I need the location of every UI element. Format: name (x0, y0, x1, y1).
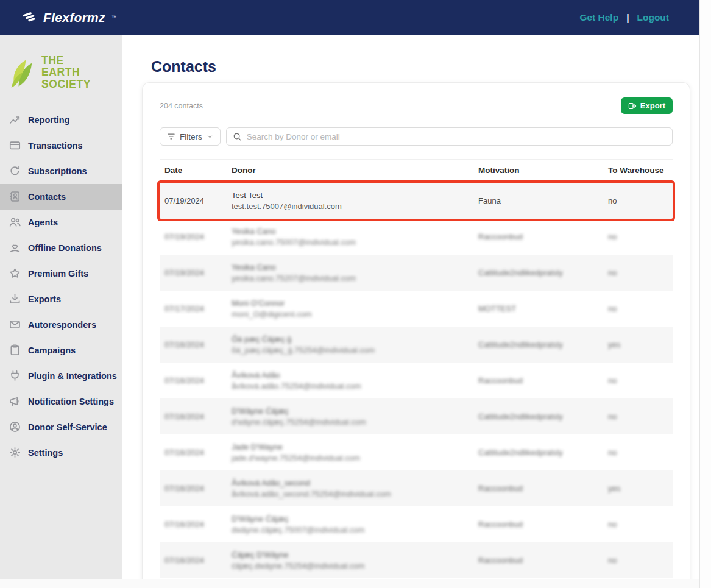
sidebar-item-label: Transactions (28, 141, 82, 151)
table-body: 07/19/2024 Test Testtest.test.75007@indi… (160, 182, 673, 588)
sidebar-item-donor-self-service[interactable]: Donor Self-Service (0, 414, 122, 440)
cell-donor: Ćäjæç D'Wäynećäjæç.dwäyne.75254@individu… (227, 545, 473, 575)
sidebar-item-label: Subscriptions (28, 166, 87, 176)
search-input[interactable] (247, 132, 666, 141)
sidebar-item-exports[interactable]: Exports (0, 286, 122, 312)
sidebar-item-autoresponders[interactable]: Autoresponders (0, 312, 122, 338)
table-row[interactable]: 07/19/2024 Yesika Canoyesika.cano.75207@… (160, 255, 673, 291)
cell-date: 07/19/2024 (160, 263, 227, 282)
sidebar-item-label: Offline Donations (28, 243, 102, 253)
org-name-line: THE (41, 55, 91, 66)
table-header: DateDonorMotivationTo Warehouse (160, 159, 673, 182)
cell-motivation: Raccoonbud (473, 551, 603, 570)
donor-email: test.test.75007@individual.com (232, 202, 342, 211)
donor-name: Åvíková Adão (232, 370, 361, 380)
sidebar-item-label: Contacts (28, 192, 66, 202)
sidebar-item-notification-settings[interactable]: Notification Settings (0, 389, 122, 414)
sidebar-item-contacts[interactable]: Contacts (0, 184, 122, 210)
gear-icon (9, 447, 21, 458)
sidebar-item-label: Notification Settings (28, 397, 114, 406)
plug-icon (9, 370, 21, 381)
donor-email: moni_O@digicent.com (232, 310, 312, 319)
cell-donor: Yesika Canoyesika.cano.75207@individual.… (227, 258, 473, 288)
cell-to-warehouse: no (603, 551, 673, 570)
table-row[interactable]: 07/16/2024 Jade D'Waynejade.d'wayne.7525… (160, 434, 673, 470)
donor-email: jade.d'wayne.75254@individual.com (232, 453, 360, 462)
contacts-table: DateDonorMotivationTo Warehouse 07/19/20… (160, 159, 673, 588)
table-row[interactable]: 07/16/2024 D'Wäyne Ćäjæçd'wäyne.ćäjæç.75… (160, 398, 673, 434)
column-header-donor: Donor (227, 160, 473, 182)
sidebar-item-premium-gifts[interactable]: Premium Gifts (0, 261, 122, 286)
table-row[interactable]: 07/19/2024 Yesika Canoyesika.cano.75007@… (160, 219, 673, 255)
cell-date: 07/17/2024 (160, 299, 227, 318)
sidebar-item-label: Autoresponders (28, 320, 96, 330)
sidebar-item-subscriptions[interactable]: Subscriptions (0, 158, 122, 184)
cell-date: 07/16/2024 (160, 407, 227, 426)
sidebar-item-reporting[interactable]: Reporting (0, 107, 122, 133)
cell-motivation: Raccoonbud (473, 371, 603, 390)
people-icon (9, 216, 21, 228)
sidebar-item-campaigns[interactable]: Campaigns (0, 338, 122, 363)
table-row[interactable]: 07/16/2024 Őá pæç Ćäjæç ģõá_pæç.ćäjæç_ģ.… (160, 327, 673, 363)
table-row[interactable]: 07/16/2024 Ćäjæç D'Wäynećäjæç.dwäyne.752… (160, 542, 673, 578)
sidebar-item-label: Premium Gifts (28, 269, 88, 278)
megaphone-icon (9, 395, 21, 407)
page-title: Contacts (151, 58, 699, 76)
donor-email: yesika.cano.75007@individual.com (232, 238, 356, 247)
cell-motivation: Cattitude2ndlikedpratsly (473, 443, 603, 462)
sidebar-item-agents[interactable]: Agents (0, 210, 122, 235)
logout-link[interactable]: Logout (637, 12, 669, 23)
filters-button[interactable]: Filters (160, 127, 221, 146)
sidebar-item-transactions[interactable]: Transactions (0, 133, 122, 158)
cell-to-warehouse: no (603, 515, 673, 534)
get-help-link[interactable]: Get Help (579, 12, 618, 23)
topbar: Flexformz™ Get Help | Logout (0, 0, 699, 35)
column-header-to-warehouse: To Warehouse (603, 160, 673, 182)
cell-to-warehouse: no (603, 371, 673, 390)
sidebar-item-label: Campaigns (28, 345, 76, 355)
cell-donor: D'Wäyne Ćäjæçdwäyne.ćäjæç.75007@individu… (227, 509, 473, 539)
table-row[interactable]: 07/16/2024 Åvíková Adãoåvíková.adão.7525… (160, 363, 673, 398)
sidebar-item-label: Exports (28, 294, 61, 304)
search-icon (233, 132, 242, 141)
chevron-down-icon (207, 133, 213, 140)
cell-donor: Moni O'Connormoni_O@digicent.com (227, 294, 473, 324)
search-box (226, 127, 673, 146)
cell-motivation: Raccoonbud (473, 479, 603, 498)
brand-trademark: ™ (111, 15, 116, 20)
chart-icon (9, 114, 21, 126)
sidebar-item-settings[interactable]: Settings (0, 440, 122, 466)
sidebar-item-label: Reporting (28, 115, 69, 125)
cell-motivation: Fauna (473, 191, 603, 210)
export-icon (628, 102, 637, 110)
cell-donor: D'Wäyne Ćäjæçd'wäyne.ćäjæç.75254@individ… (227, 402, 473, 431)
flexformz-logo-icon (22, 11, 38, 24)
filter-icon (167, 132, 175, 141)
main-content: Contacts 204 contacts Export Filters (122, 35, 699, 588)
donor-email: õá_pæç.ćäjæç_ģ.75254@individual.com (232, 345, 375, 355)
flexformz-brand: Flexformz™ (22, 10, 116, 25)
cell-motivation: Cattitude2ndlikedpratsly (473, 407, 603, 426)
sidebar-item-plugin-integrations[interactable]: Plugin & Integrations (0, 363, 122, 389)
cell-to-warehouse: no (603, 443, 673, 462)
cell-motivation: Raccoonbud (473, 227, 603, 246)
contacts-card: 204 contacts Export Filters (142, 82, 690, 588)
hand-heart-icon (9, 242, 21, 253)
download-icon (9, 293, 21, 305)
cell-date: 07/16/2024 (160, 443, 227, 462)
vertical-scrollbar[interactable] (699, 0, 711, 588)
star-icon (9, 267, 21, 279)
table-row[interactable]: 07/16/2024 Åvíková Adão_secondåvíková.ad… (160, 470, 673, 506)
org-name-line: EARTH (41, 66, 91, 78)
sidebar-item-label: Donor Self-Service (28, 422, 107, 432)
cell-donor: Åvíková Adão_secondåvíková.adão_second.7… (227, 473, 473, 503)
donor-name: Jade D'Wayne (232, 442, 360, 452)
table-row[interactable]: 07/16/2024 D'Wäyne Ćäjæçdwäyne.ćäjæç.750… (160, 506, 673, 542)
export-button[interactable]: Export (621, 97, 673, 114)
horizontal-scrollbar[interactable] (0, 579, 699, 588)
cell-to-warehouse: no (603, 227, 673, 246)
table-row[interactable]: 07/17/2024 Moni O'Connormoni_O@digicent.… (160, 291, 673, 327)
address-book-icon (9, 191, 21, 202)
table-row-highlighted[interactable]: 07/19/2024 Test Testtest.test.75007@indi… (160, 183, 673, 219)
sidebar-item-offline-donations[interactable]: Offline Donations (0, 235, 122, 261)
